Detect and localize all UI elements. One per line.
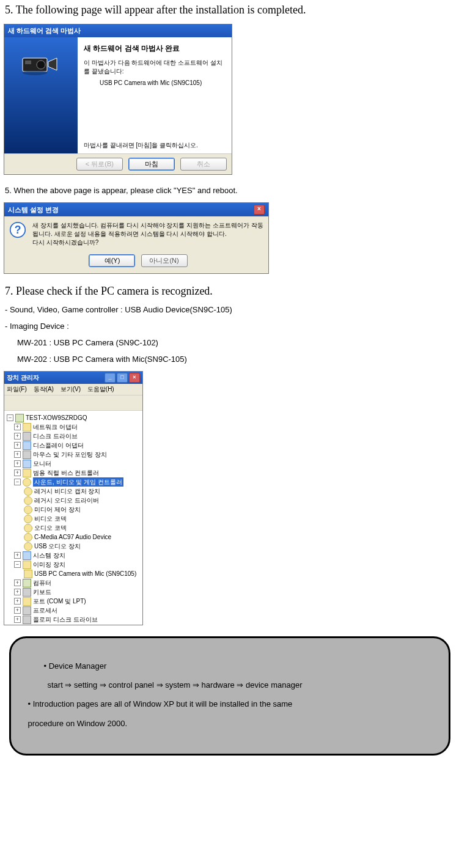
callout-line1: • Device Manager [44,657,431,675]
device-manager-window: 장치 관리자 _ □ × 파일(F) 동작(A) 보기(V) 도움말(H) −T… [4,371,143,625]
devmgr-tree: −TEST-XOW9SZRDGQ +네트워크 어댑터 +디스크 드라이브 +디스… [4,411,142,625]
callout-line4: procedure on Window 2000. [28,714,431,733]
question-icon: ? [9,221,26,238]
tree-item-usb-camera[interactable]: USB PC Camera with Mic (SN9C105) [6,569,141,578]
finish-button[interactable]: 마침 [128,158,175,171]
tree-item[interactable]: +모니터 [6,459,141,468]
mw201-text: MW-201 : USB PC Camera (SN9C-102) [17,338,459,347]
close-icon[interactable]: × [254,205,265,215]
wizard-device-name: USB PC Camera with Mic (SN9C105) [100,79,226,86]
minimize-icon[interactable]: _ [105,373,116,383]
tree-item[interactable]: C-Media AC97 Audio Device [6,532,141,542]
no-button[interactable]: 아니오(N) [141,254,188,267]
tree-item[interactable]: +디스크 드라이브 [6,432,141,441]
mw202-text: MW-202 : USB PC Camera with Mic(SN9C-105… [17,355,459,364]
step5b-text: 5. When the above page is appear, please… [5,186,459,195]
devmgr-menubar: 파일(F) 동작(A) 보기(V) 도움말(H) [4,384,142,395]
sysdlg-title: 시스템 설정 변경 [8,205,59,215]
step5-heading: 5. The following page will appear after … [5,4,459,17]
wizard-button-row: < 뒤로(B) 마침 취소 [4,153,232,174]
tree-item[interactable]: +프로세서 [6,606,141,615]
callout-line2: start ⇒ setting ⇒ control panel ⇒ system… [48,675,431,694]
svg-rect-1 [25,61,31,64]
wizard-description: 이 마법사가 다음 하드웨어에 대한 소프트웨어 설치를 끝냈습니다: [84,59,226,76]
sysdlg-message-line2: 다시 시작하시겠습니까? [32,238,263,247]
cancel-button: 취소 [180,158,227,171]
menu-view[interactable]: 보기(V) [61,386,81,392]
yes-button[interactable]: 예(Y) [89,254,135,267]
tree-item[interactable]: USB 오디오 장치 [6,542,141,551]
imaging-device-text: - Imaging Device : [5,322,459,331]
hardware-wizard-window: 새 하드웨어 검색 마법사 새 하드웨어 검색 마법사 완료 이 마법사가 다음… [4,24,232,175]
system-settings-dialog: 시스템 설정 변경 × ? 새 장치를 설치했습니다. 컴퓨터를 다시 시작해야… [4,202,269,274]
tree-item[interactable]: +디스플레이 어댑터 [6,441,141,450]
tree-item[interactable]: 레거시 비디오 캡처 장치 [6,487,141,496]
tree-item[interactable]: 비디오 코덱 [6,514,141,523]
callout-line3: • Introduction pages are all of Window X… [28,694,431,713]
tree-item[interactable]: 오디오 코덱 [6,523,141,532]
wizard-finish-instruction: 마법사를 끝내려면 [마침]을 클릭하십시오. [84,141,226,150]
wizard-complete-title: 새 하드웨어 검색 마법사 완료 [84,43,226,54]
svg-point-3 [23,70,47,75]
wizard-titlebar: 새 하드웨어 검색 마법사 [4,24,232,37]
tree-item[interactable]: +플로피 디스크 드라이브 [6,615,141,624]
tree-item[interactable]: −이미징 장치 [6,560,141,569]
devmgr-title: 장치 관리자 [7,373,39,382]
tree-item[interactable]: +시스템 장치 [6,551,141,560]
menu-action[interactable]: 동작(A) [34,386,54,392]
sysdlg-message-line1: 새 장치를 설치했습니다. 컴퓨터를 다시 시작해야 장치를 지원하는 소프트웨… [32,221,263,238]
close-icon[interactable]: × [129,373,140,383]
tree-item[interactable]: +키보드 [6,587,141,597]
tree-item[interactable]: +마우스 및 기타 포인팅 장치 [6,450,141,459]
sound-device-text: - Sound, Video, Game controller : USB Au… [5,305,459,314]
wizard-sidebar-graphic [4,37,78,153]
tree-item[interactable]: +컴퓨터 [6,578,141,587]
maximize-icon[interactable]: □ [117,373,128,383]
svg-point-2 [37,61,45,69]
camera-icon [21,51,61,76]
tree-root[interactable]: −TEST-XOW9SZRDGQ [6,413,141,422]
tree-item[interactable]: +범용 직렬 버스 컨트롤러 [6,468,141,477]
step7-heading: 7. Please check if the PC camera is reco… [5,285,459,298]
tree-item[interactable]: +네트워크 어댑터 [6,422,141,432]
tree-item-sound-selected[interactable]: −사운드, 비디오 및 게임 컨트롤러 [6,477,141,487]
back-button: < 뒤로(B) [76,158,123,171]
tree-item[interactable]: +포트 (COM 및 LPT) [6,597,141,606]
svg-text:?: ? [15,224,21,236]
note-callout: • Device Manager start ⇒ setting ⇒ contr… [9,636,450,756]
menu-file[interactable]: 파일(F) [7,386,27,392]
tree-item[interactable]: 미디어 제어 장치 [6,505,141,514]
menu-help[interactable]: 도움말(H) [87,386,114,392]
tree-item[interactable]: +플로피 디스크 컨트롤러 [6,624,141,625]
devmgr-toolbar [4,395,142,411]
tree-item[interactable]: 레거시 오디오 드라이버 [6,496,141,505]
